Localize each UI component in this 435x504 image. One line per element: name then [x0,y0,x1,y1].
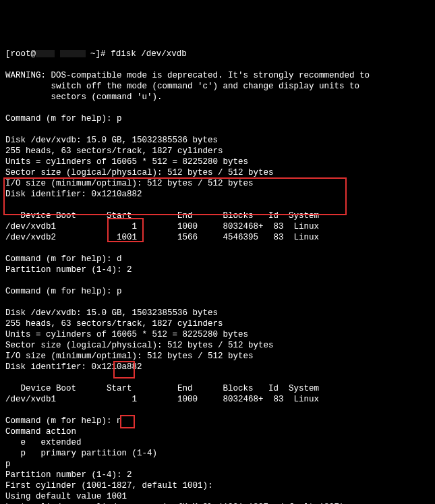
shell-prompt: [root@ ~]# [5,49,111,59]
warning-line: WARNING: DOS-compatible mode is deprecat… [5,71,370,80]
partition-table-header: Device Boot Start End Blocks Id System [5,384,319,393]
command-action: p primary partition (1-4) [5,449,157,458]
disk-info: I/O size (minimum/optimal): 512 bytes / … [5,352,254,361]
shell-command: fdisk /dev/xvdb [111,49,187,59]
disk-info: Disk /dev/xvdb: 15.0 GB, 15032385536 byt… [5,136,218,145]
disk-info: Disk /dev/xvdb: 15.0 GB, 15032385536 byt… [5,308,218,318]
disk-info: Sector size (logical/physical): 512 byte… [5,341,274,350]
fdisk-prompt: Command (m for help): [5,416,117,426]
disk-info: 255 heads, 63 sectors/track, 1827 cylind… [5,146,223,156]
fdisk-input-p: p [117,114,122,123]
action-input: p [5,459,11,469]
warning-line: switch off the mode (command 'c') and ch… [5,82,359,91]
partition-table-header: Device Boot Start End Blocks Id System [5,211,319,221]
fdisk-prompt: Command (m for help): [5,114,117,123]
first-cyl-default: Using default value 1001 [5,492,127,501]
disk-info: Sector size (logical/physical): 512 byte… [5,168,274,177]
partition-number-prompt: Partition number (1-4): [5,265,127,275]
disk-info: Units = cylinders of 16065 * 512 = 82252… [5,157,248,167]
fdisk-prompt: Command (m for help): [5,287,117,296]
partition-row: /dev/xvdb1 1 1000 8032468+ 83 Linux [5,395,319,404]
disk-info: 255 heads, 63 sectors/track, 1827 cylind… [5,319,223,329]
partition-number-input: 2 [127,265,132,275]
fdisk-input-p: p [117,287,122,296]
partition-number-prompt: Partition number (1-4): [5,470,127,480]
partition-row: /dev/xvdb1 1 1000 8032468+ 83 Linux [5,222,319,231]
highlight-box-partnum2 [120,415,135,428]
command-action: e extended [5,438,82,447]
warning-line: sectors (command 'u'). [5,92,163,102]
partition-row: /dev/xvdb2 1001 1566 4546395 83 Linux [5,233,319,242]
fdisk-input-d: d [117,254,122,264]
fdisk-prompt: Command (m for help): [5,254,117,264]
fdisk-input-n: n [117,416,122,426]
first-cyl-prompt: First cylinder (1001-1827, default 1001)… [5,481,218,491]
command-action: Command action [5,427,76,437]
disk-info: Disk identifier: 0x1210a882 [5,362,142,372]
disk-info: Units = cylinders of 16065 * 512 = 82252… [5,330,248,339]
partition-number-input: 2 [127,470,132,480]
disk-info: I/O size (minimum/optimal): 512 bytes / … [5,179,254,188]
disk-info: Disk identifier: 0x1210a882 [5,190,142,199]
